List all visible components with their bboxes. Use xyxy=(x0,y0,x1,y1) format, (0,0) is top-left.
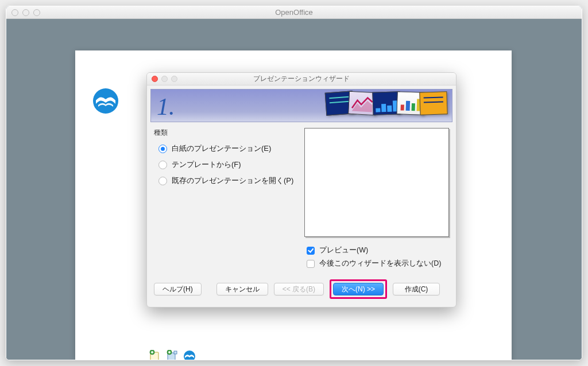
checkbox-dont-show-wizard[interactable]: 今後このウィザードを表示しない(D) xyxy=(307,257,449,270)
create-button[interactable]: 作成(C) xyxy=(393,283,440,295)
preview-area xyxy=(304,128,449,237)
checkbox-icon xyxy=(307,247,315,255)
radio-label: テンプレートから(F) xyxy=(172,159,241,170)
start-center: プレゼンテーションウィザード 1. xyxy=(75,50,512,360)
open-icon[interactable] xyxy=(183,350,196,360)
radio-open-existing[interactable]: 既存のプレゼンテーションを開く(P) xyxy=(154,173,294,189)
checkbox-icon xyxy=(307,260,315,268)
parent-window: OpenOffice xyxy=(6,6,582,360)
wizard-step-number: 1. xyxy=(157,93,175,120)
openoffice-logo-icon xyxy=(92,88,119,116)
radio-from-template[interactable]: テンプレートから(F) xyxy=(154,157,294,173)
radio-icon xyxy=(158,177,167,185)
radio-label: 既存のプレゼンテーションを開く(P) xyxy=(172,176,293,186)
desktop-background: プレゼンテーションウィザード 1. xyxy=(6,19,582,360)
checkbox-label: 今後このウィザードを表示しない(D) xyxy=(319,259,441,268)
type-section-label: 種類 xyxy=(154,128,294,138)
banner-thumbnails xyxy=(326,92,447,115)
parent-titlebar: OpenOffice xyxy=(6,6,582,19)
radio-icon xyxy=(158,145,167,153)
back-button: << 戻る(B) xyxy=(274,283,324,295)
radio-blank-presentation[interactable]: 白紙のプレゼンテーション(E) xyxy=(154,141,294,157)
dialog-title: プレゼンテーションウィザード xyxy=(147,74,456,84)
thumb-list-icon xyxy=(419,91,447,115)
svg-rect-4 xyxy=(174,351,177,354)
dialog-button-bar: ヘルプ(H) キャンセル << 戻る(B) 次へ(N) >> 作成(C) xyxy=(147,275,456,307)
start-center-toolbar xyxy=(149,350,196,360)
next-button[interactable]: 次へ(N) >> xyxy=(333,283,384,295)
help-button[interactable]: ヘルプ(H) xyxy=(154,283,202,295)
dialog-titlebar: プレゼンテーションウィザード xyxy=(147,73,456,85)
presentation-wizard-dialog: プレゼンテーションウィザード 1. xyxy=(146,72,457,307)
svg-point-6 xyxy=(184,351,195,360)
wizard-banner: 1. xyxy=(150,89,452,122)
svg-marker-7 xyxy=(352,100,373,112)
tutorial-highlight: 次へ(N) >> xyxy=(330,279,387,299)
checkbox-preview[interactable]: プレビュー(W) xyxy=(307,244,449,257)
parent-window-title: OpenOffice xyxy=(6,8,582,17)
radio-icon xyxy=(158,161,167,169)
extensions-icon[interactable] xyxy=(166,350,179,360)
cancel-button[interactable]: キャンセル xyxy=(216,283,268,295)
radio-label: 白紙のプレゼンテーション(E) xyxy=(172,143,271,154)
templates-icon[interactable] xyxy=(149,350,161,360)
checkbox-label: プレビュー(W) xyxy=(319,246,368,255)
